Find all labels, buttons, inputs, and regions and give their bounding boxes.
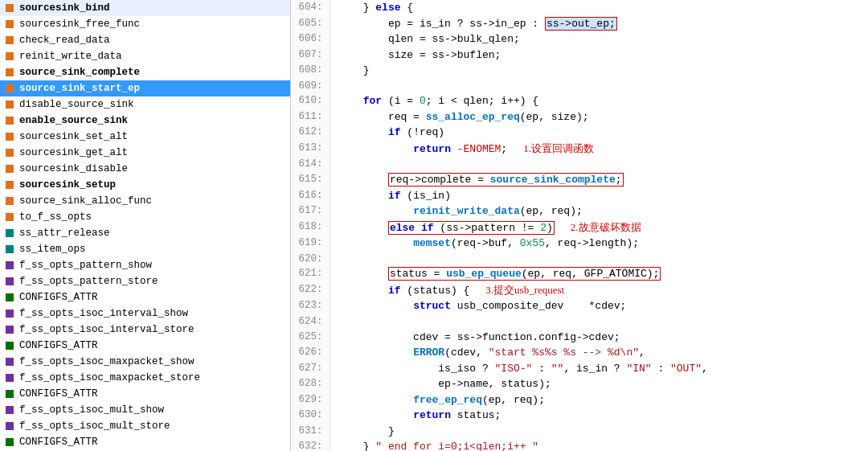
sidebar-item-18[interactable]: CONFIGFS_ATTR bbox=[0, 289, 290, 305]
table-row: 617: reinit_write_data(ep, req); bbox=[291, 203, 868, 219]
sidebar-icon-1 bbox=[3, 18, 16, 31]
sidebar-item-4[interactable]: source_sink_complete bbox=[0, 64, 290, 80]
sidebar[interactable]: sourcesink_bindsourcesink_free_funccheck… bbox=[0, 0, 291, 451]
table-row: 606: qlen = ss->bulk_qlen; bbox=[291, 31, 868, 47]
sidebar-item-24[interactable]: CONFIGFS_ATTR bbox=[0, 386, 290, 402]
sidebar-label-15: ss_item_ops bbox=[19, 244, 86, 255]
table-row: 629: free_ep_req(ep, req); bbox=[291, 392, 868, 408]
table-row: 627: is_iso ? "ISO-" : "", is_in ? "IN" … bbox=[291, 361, 868, 377]
table-row: 614: bbox=[291, 157, 868, 172]
table-row: 622: if (status) {3.提交usb_request bbox=[291, 282, 868, 299]
line-code: } " end for i=0;i<qlen;i++ " bbox=[330, 439, 868, 451]
sidebar-item-5[interactable]: source_sink_start_ep bbox=[0, 80, 290, 96]
table-row: 609: bbox=[291, 79, 868, 94]
sidebar-label-7: enable_source_sink bbox=[19, 115, 128, 126]
sidebar-icon-15 bbox=[3, 243, 16, 256]
sidebar-label-19: f_ss_opts_isoc_interval_show bbox=[19, 308, 188, 319]
line-code: return status; bbox=[330, 408, 868, 424]
sidebar-label-11: sourcesink_setup bbox=[19, 179, 116, 191]
sidebar-item-15[interactable]: ss_item_ops bbox=[0, 241, 290, 257]
sidebar-item-1[interactable]: sourcesink_free_func bbox=[0, 16, 290, 32]
table-row: 605: ep = is_in ? ss->in_ep : ss->out_ep… bbox=[291, 16, 868, 32]
sidebar-icon-10 bbox=[3, 162, 16, 175]
sidebar-label-0: sourcesink_bind bbox=[19, 2, 110, 14]
sidebar-item-13[interactable]: to_f_ss_opts bbox=[0, 209, 290, 225]
sidebar-icon-0 bbox=[3, 2, 16, 14]
sidebar-icon-21 bbox=[3, 339, 16, 352]
sidebar-item-2[interactable]: check_read_data bbox=[0, 32, 290, 48]
sidebar-item-17[interactable]: f_ss_opts_pattern_store bbox=[0, 273, 290, 289]
sidebar-icon-6 bbox=[3, 98, 16, 111]
sidebar-icon-9 bbox=[3, 146, 16, 159]
line-code: req = ss_alloc_ep_req(ep, size); bbox=[330, 109, 868, 125]
table-row: 630: return status; bbox=[291, 408, 868, 424]
line-number: 607: bbox=[291, 47, 330, 64]
sidebar-item-16[interactable]: f_ss_opts_pattern_show bbox=[0, 257, 290, 273]
sidebar-icon-4 bbox=[3, 66, 16, 79]
sidebar-label-14: ss_attr_release bbox=[19, 228, 110, 239]
line-number: 619: bbox=[291, 236, 330, 252]
sidebar-item-3[interactable]: reinit_write_data bbox=[0, 48, 290, 64]
sidebar-item-22[interactable]: f_ss_opts_isoc_maxpacket_show bbox=[0, 354, 290, 370]
sidebar-item-10[interactable]: sourcesink_disable bbox=[0, 161, 290, 177]
line-number: 617: bbox=[291, 203, 330, 219]
sidebar-item-9[interactable]: sourcesink_get_alt bbox=[0, 145, 290, 161]
line-number: 613: bbox=[291, 141, 330, 158]
line-number: 628: bbox=[291, 376, 330, 392]
sidebar-icon-20 bbox=[3, 323, 16, 336]
line-code: req->complete = source_sink_complete; bbox=[330, 172, 868, 188]
sidebar-item-21[interactable]: CONFIGFS_ATTR bbox=[0, 338, 290, 354]
line-code bbox=[330, 79, 868, 94]
line-code: } bbox=[330, 63, 868, 79]
sidebar-icon-18 bbox=[3, 291, 16, 304]
sidebar-label-4: source_sink_complete bbox=[19, 67, 140, 78]
line-number: 623: bbox=[291, 298, 330, 314]
sidebar-item-14[interactable]: ss_attr_release bbox=[0, 225, 290, 241]
sidebar-label-23: f_ss_opts_isoc_maxpacket_store bbox=[19, 372, 200, 383]
table-row: 604: } else { bbox=[291, 0, 868, 16]
table-row: 615: req->complete = source_sink_complet… bbox=[291, 172, 868, 188]
line-code: is_iso ? "ISO-" : "", is_in ? "IN" : "OU… bbox=[330, 361, 868, 377]
sidebar-label-12: source_sink_alloc_func bbox=[19, 195, 152, 207]
sidebar-icon-23 bbox=[3, 371, 16, 384]
sidebar-label-17: f_ss_opts_pattern_store bbox=[19, 276, 158, 287]
line-number: 604: bbox=[291, 0, 330, 16]
line-code: } else { bbox=[330, 0, 868, 16]
line-code: reinit_write_data(ep, req); bbox=[330, 203, 868, 219]
line-code bbox=[330, 314, 868, 330]
line-code: ep->name, status); bbox=[330, 376, 868, 392]
sidebar-label-24: CONFIGFS_ATTR bbox=[19, 388, 98, 400]
table-row: 624: bbox=[291, 314, 868, 330]
sidebar-item-25[interactable]: f_ss_opts_isoc_mult_show bbox=[0, 402, 290, 418]
sidebar-label-8: sourcesink_set_alt bbox=[19, 131, 128, 142]
sidebar-item-12[interactable]: source_sink_alloc_func bbox=[0, 193, 290, 209]
sidebar-icon-16 bbox=[3, 259, 16, 272]
line-code: free_ep_req(ep, req); bbox=[330, 392, 868, 408]
sidebar-item-27[interactable]: CONFIGFS_ATTR bbox=[0, 434, 290, 450]
line-number: 624: bbox=[291, 314, 330, 330]
table-row: 612: if (!req) bbox=[291, 125, 868, 141]
line-code: qlen = ss->bulk_qlen; bbox=[330, 31, 868, 47]
sidebar-item-11[interactable]: sourcesink_setup bbox=[0, 177, 290, 193]
sidebar-icon-3 bbox=[3, 50, 16, 63]
table-row: 628: ep->name, status); bbox=[291, 376, 868, 392]
sidebar-item-20[interactable]: f_ss_opts_isoc_interval_store bbox=[0, 322, 290, 338]
table-row: 619: memset(req->buf, 0x55, req->length)… bbox=[291, 236, 868, 252]
sidebar-item-8[interactable]: sourcesink_set_alt bbox=[0, 129, 290, 145]
sidebar-item-26[interactable]: f_ss_opts_isoc_mult_store bbox=[0, 418, 290, 434]
line-number: 615: bbox=[291, 172, 330, 188]
line-number: 608: bbox=[291, 63, 330, 79]
sidebar-item-23[interactable]: f_ss_opts_isoc_maxpacket_store bbox=[0, 370, 290, 386]
line-code: if (status) {3.提交usb_request bbox=[330, 282, 868, 299]
table-row: 618: else if (ss->pattern != 2)2.故意破坏数据 bbox=[291, 219, 868, 236]
line-number: 622: bbox=[291, 282, 330, 299]
sidebar-item-19[interactable]: f_ss_opts_isoc_interval_show bbox=[0, 305, 290, 322]
sidebar-item-7[interactable]: enable_source_sink bbox=[0, 113, 290, 129]
line-number: 612: bbox=[291, 125, 330, 141]
sidebar-item-6[interactable]: disable_source_sink bbox=[0, 96, 290, 113]
table-row: 631: } bbox=[291, 424, 868, 440]
sidebar-item-0[interactable]: sourcesink_bind bbox=[0, 0, 290, 16]
code-area[interactable]: 604: } else {605: ep = is_in ? ss->in_ep… bbox=[291, 0, 868, 451]
table-row: 610: for (i = 0; i < qlen; i++) { bbox=[291, 93, 868, 109]
line-code: return -ENOMEM;1.设置回调函数 bbox=[330, 141, 868, 158]
